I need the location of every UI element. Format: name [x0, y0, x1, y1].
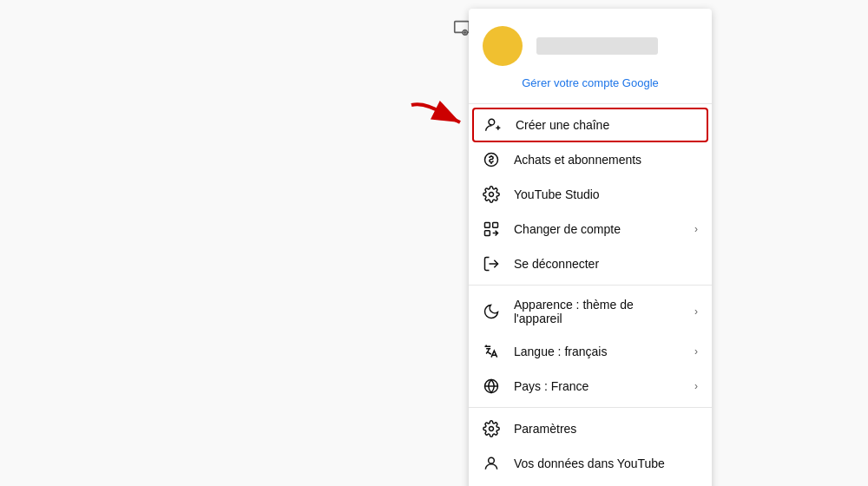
- settings-icon: [483, 186, 500, 203]
- dollar-circle-icon: [483, 151, 500, 168]
- country-label: Pays : France: [514, 379, 681, 393]
- svg-point-18: [490, 193, 494, 197]
- sign-out-icon: [483, 255, 500, 273]
- menu-item-appearance[interactable]: Apparence : thème de l'appareil ›: [469, 289, 712, 334]
- appearance-label: Apparence : thème de l'appareil: [514, 298, 681, 325]
- create-channel-label: Créer une chaîne: [516, 118, 696, 132]
- svg-rect-21: [485, 231, 490, 236]
- chevron-switch-account: ›: [694, 223, 698, 235]
- settings-gear-icon: [483, 420, 500, 437]
- divider-3: [469, 407, 712, 408]
- divider-2: [469, 285, 712, 286]
- menu-item-settings[interactable]: Paramètres: [469, 411, 712, 446]
- chevron-country: ›: [694, 380, 698, 392]
- moon-icon: [483, 303, 500, 320]
- menu-item-your-data[interactable]: Vos données dans YouTube: [469, 446, 712, 481]
- svg-point-14: [489, 119, 495, 125]
- menu-item-language[interactable]: Langue : français ›: [469, 334, 712, 369]
- your-data-label: Vos données dans YouTube: [514, 456, 698, 470]
- user-name-bar: [536, 37, 658, 55]
- red-arrow: [404, 98, 474, 136]
- menu-item-purchases[interactable]: Achats et abonnements: [469, 142, 712, 177]
- menu-item-switch-account[interactable]: Changer de compte ›: [469, 212, 712, 246]
- settings-label: Paramètres: [514, 422, 698, 436]
- menu-item-country[interactable]: Pays : France ›: [469, 369, 712, 404]
- person-data-icon: [483, 455, 500, 472]
- youtube-studio-label: YouTube Studio: [514, 187, 698, 201]
- menu-item-sign-out[interactable]: Se déconnecter: [469, 246, 712, 281]
- svg-point-26: [489, 457, 495, 463]
- svg-rect-20: [493, 223, 498, 228]
- person-add-icon: [484, 116, 502, 134]
- purchases-label: Achats et abonnements: [514, 153, 698, 167]
- menu-item-create-channel[interactable]: Créer une chaîne: [472, 108, 708, 142]
- manage-account-link[interactable]: Gérer votre compte Google: [469, 76, 712, 100]
- sign-out-label: Se déconnecter: [514, 257, 698, 271]
- globe-icon: [483, 378, 500, 395]
- menu-item-youtube-studio[interactable]: YouTube Studio: [469, 177, 712, 212]
- language-label: Langue : français: [514, 345, 681, 358]
- chevron-language: ›: [694, 345, 698, 358]
- menu-item-help[interactable]: Aide: [469, 481, 712, 486]
- chevron-appearance: ›: [694, 305, 698, 318]
- avatar-large: [483, 26, 523, 66]
- account-switch-icon: [483, 220, 500, 238]
- translate-icon: [483, 343, 500, 360]
- svg-point-25: [490, 427, 494, 431]
- user-header: [469, 9, 712, 76]
- divider-1: [469, 103, 712, 104]
- svg-rect-19: [485, 223, 490, 228]
- switch-account-label: Changer de compte: [514, 222, 681, 236]
- dropdown-panel: Gérer votre compte Google Créer une chaî…: [469, 9, 712, 486]
